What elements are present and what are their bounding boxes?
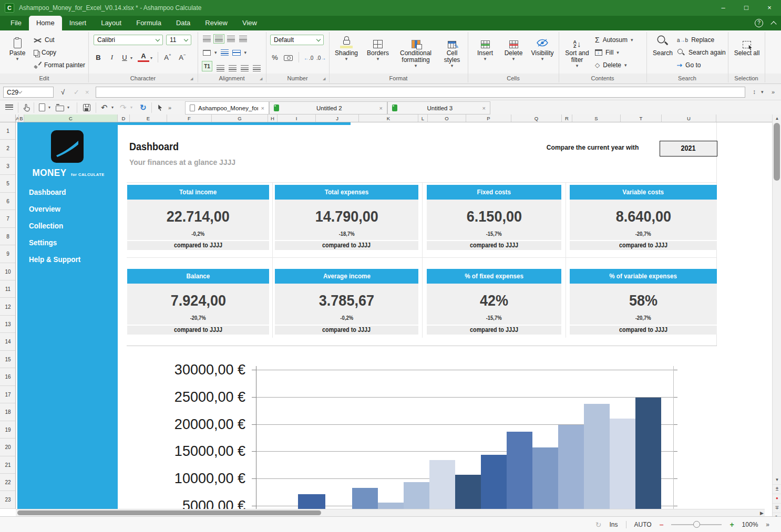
menu-tab-file[interactable]: File	[3, 16, 29, 30]
paste-button[interactable]: Paste ▾	[5, 34, 29, 61]
zoom-in-icon[interactable]: +	[729, 520, 734, 529]
row-header-14[interactable]: 14	[0, 333, 16, 350]
refresh-icon[interactable]: ↻	[140, 102, 147, 112]
row-header-15[interactable]: 15	[0, 351, 16, 368]
align-center-icon[interactable]	[229, 65, 237, 71]
refresh-status-icon[interactable]: ↻	[595, 520, 602, 529]
autosum-button[interactable]: Σ Autosum ▾	[595, 35, 633, 45]
row-header-16[interactable]: 16	[0, 368, 16, 385]
row-header-7[interactable]: 7	[0, 210, 16, 227]
menu-tab-view[interactable]: View	[235, 16, 264, 30]
close-icon[interactable]: ×	[758, 0, 781, 16]
dashboard-chart[interactable]: 30000,00 €25000,00 €20000,00 €15000,00 €…	[127, 346, 717, 509]
split-view-icon[interactable]: ±	[773, 484, 781, 493]
row-header-20[interactable]: 20	[0, 439, 16, 456]
column-header-J[interactable]: J	[316, 114, 359, 122]
sort-and-filter-button[interactable]: AZ↓ Sort and filter ▾	[562, 34, 592, 68]
help-icon[interactable]: ?	[755, 19, 763, 27]
chevron-down-icon[interactable]: ▾	[130, 56, 132, 60]
row-header-13[interactable]: 13	[0, 316, 16, 333]
cancel-icon[interactable]: ×	[85, 87, 89, 98]
currency-format-button[interactable]	[284, 53, 293, 63]
menu-tab-formula[interactable]: Formula	[129, 16, 169, 30]
more-options-icon[interactable]: »	[772, 87, 775, 98]
fill-button[interactable]: Fill ▾	[595, 47, 619, 58]
chevron-down-icon[interactable]: ▾	[244, 50, 247, 55]
sheet-tab-1[interactable]: Ashampoo_Money_for_E...×	[185, 101, 269, 114]
row-header-8[interactable]: 8	[0, 228, 16, 245]
accept-icon[interactable]: ✓	[74, 87, 79, 98]
column-header-F[interactable]: F	[167, 114, 212, 122]
chevron-down-icon[interactable]: ▾	[150, 56, 152, 60]
tab-close-icon[interactable]: ×	[379, 105, 383, 111]
shading-button[interactable]: Shading ▾	[331, 34, 362, 61]
column-header-Q[interactable]: Q	[511, 114, 562, 122]
freeze-panes-icon[interactable]: ∓	[773, 503, 781, 512]
align-middle-icon[interactable]	[215, 36, 223, 42]
menu-list-icon[interactable]	[5, 102, 13, 112]
zoom-level[interactable]: 100%	[742, 521, 758, 528]
chevron-down-icon[interactable]: ▾	[130, 102, 132, 112]
shrink-font-button[interactable]: A−	[177, 51, 188, 63]
row-header-3[interactable]: 3	[0, 158, 16, 175]
row-header-22[interactable]: 22	[0, 474, 16, 491]
resize-formula-bar-icon[interactable]: ↕	[753, 87, 756, 98]
sidebar-item-help-support[interactable]: Help & Support	[29, 255, 86, 265]
row-header-12[interactable]: 12	[0, 298, 16, 316]
maximize-icon[interactable]: □	[735, 0, 758, 16]
go-to-button[interactable]: ⇢ Go to	[677, 60, 701, 70]
menu-tab-data[interactable]: Data	[169, 16, 198, 30]
open-folder-icon[interactable]	[56, 102, 64, 112]
overwrite-mode[interactable]: Ins	[609, 521, 618, 528]
column-header-D[interactable]: D	[118, 114, 130, 122]
format-painter-button[interactable]: Format painter	[34, 60, 85, 70]
cut-button[interactable]: Cut	[34, 35, 55, 45]
select-all-corner[interactable]	[0, 114, 16, 122]
formula-input[interactable]	[96, 87, 745, 98]
column-header-U[interactable]: U	[662, 114, 716, 122]
scroll-down-icon[interactable]: ▼	[773, 477, 781, 482]
justify-vertical-icon[interactable]	[239, 36, 247, 42]
column-header-H[interactable]: H	[268, 114, 278, 122]
save-icon[interactable]	[83, 102, 90, 112]
align-bottom-icon[interactable]	[227, 36, 235, 42]
zoom-out-icon[interactable]: –	[660, 520, 664, 529]
wrap-text-icon[interactable]	[221, 49, 229, 56]
remove-decimal-button[interactable]: .0→	[316, 53, 326, 63]
add-decimal-button[interactable]: ←.0	[304, 53, 313, 63]
delete-cells-button[interactable]: Delete ▾	[500, 34, 527, 61]
new-document-icon[interactable]	[39, 102, 45, 112]
chevron-down-icon[interactable]: ▾	[761, 87, 764, 98]
row-header-1[interactable]: 1	[0, 122, 16, 140]
row-header-6[interactable]: 6	[0, 193, 16, 210]
font-size-select[interactable]: 11	[166, 35, 191, 45]
tab-close-icon[interactable]: ×	[261, 105, 264, 111]
cursor-icon[interactable]	[157, 102, 163, 112]
align-right-icon[interactable]	[241, 65, 249, 71]
row-header-23[interactable]: 23	[0, 491, 16, 508]
chevron-down-icon[interactable]: ▾	[67, 102, 69, 112]
row-header-19[interactable]: 19	[0, 421, 16, 439]
group-expander-icon[interactable]: ◢	[260, 77, 262, 81]
row-header-18[interactable]: 18	[0, 403, 16, 421]
zoom-slider[interactable]	[671, 521, 722, 528]
bold-button[interactable]: B	[93, 51, 104, 63]
menu-tab-insert[interactable]: Insert	[62, 16, 94, 30]
horizontal-scrollbar[interactable]: ▶	[16, 509, 765, 516]
column-header-B[interactable]: B	[19, 114, 24, 122]
compare-year-input[interactable]: 2021	[660, 141, 717, 157]
more-tools-icon[interactable]: »	[168, 102, 171, 112]
vertical-scrollbar[interactable]: ▲ ▼ ± ● ∓ ↖	[772, 114, 781, 532]
align-left-icon[interactable]	[217, 65, 224, 71]
copy-button[interactable]: Copy	[34, 47, 56, 58]
tab-close-icon[interactable]: ×	[482, 105, 486, 111]
undo-icon[interactable]: ↶	[101, 102, 108, 112]
column-header-I[interactable]: I	[278, 114, 316, 122]
row-header-10[interactable]: 10	[0, 263, 16, 280]
select-all-button[interactable]: Select all	[732, 34, 762, 57]
column-header-E[interactable]: E	[130, 114, 167, 122]
group-expander-icon[interactable]: ◢	[323, 77, 325, 81]
touch-mode-icon[interactable]	[23, 102, 31, 112]
sheet-tab-3[interactable]: Untitled 3×	[387, 101, 490, 114]
align-top-icon[interactable]	[203, 36, 211, 42]
